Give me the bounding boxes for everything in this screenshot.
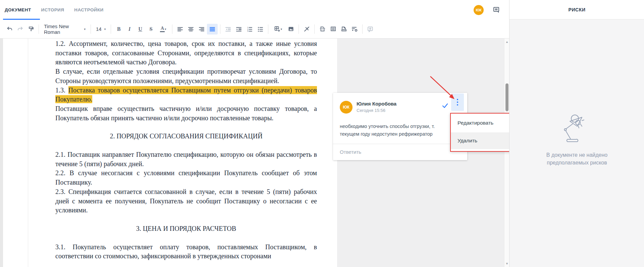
page-break-button[interactable] [317, 24, 328, 35]
svg-text:3: 3 [247, 30, 249, 32]
risks-panel: РИСКИ В документе не найдено предполагае… [509, 0, 644, 267]
font-color-button[interactable]: A ▾ [156, 24, 170, 35]
comment-card: ЮК Юлия Коробова Сегодня 15:56 необходим… [333, 93, 467, 160]
undo-button[interactable] [4, 24, 15, 35]
user-avatar[interactable]: ЮК [474, 5, 484, 15]
comment-reply-field[interactable]: Ответить [340, 149, 361, 155]
comment-context-menu: Редактировать Удалить [450, 113, 509, 152]
risks-empty-state: В документе не найдено предполагаемых ри… [509, 113, 644, 166]
risks-empty-line2: предполагаемых рисков [546, 159, 607, 166]
tab-history[interactable]: ИСТОРИЯ [41, 7, 64, 12]
tab-document[interactable]: ДОКУМЕНТ [5, 7, 31, 12]
bold-button[interactable]: B [113, 24, 124, 35]
italic-button[interactable]: I [124, 24, 135, 35]
comment-menu-button[interactable] [451, 93, 464, 111]
section-2-heading[interactable]: 2. ПОРЯДОК СОГЛАСОВАНИЯ СПЕЦИФИКАЦИЙ [55, 132, 317, 141]
clear-formatting-button[interactable] [301, 24, 312, 35]
font-size-value: 14 [96, 26, 102, 32]
align-center-button[interactable] [185, 24, 196, 35]
risks-panel-title: РИСКИ [568, 7, 585, 12]
chevron-down-icon: ▾ [165, 27, 166, 31]
desk-lamp-icon [561, 113, 592, 145]
tab-settings[interactable]: НАСТРОЙКИ [74, 7, 103, 12]
justify-button[interactable] [207, 24, 218, 35]
paragraph-1-3[interactable]: 1.3. Поставка товаров осуществляется Пос… [55, 86, 317, 104]
outdent-button[interactable] [223, 24, 233, 35]
comment-text-line2: текущем году недоступен рефрижератор [340, 130, 462, 138]
formatting-toolbar: Times New Roman ▾ 14 ▾ B I U S A ▾ [0, 20, 509, 39]
comment-divider [333, 144, 467, 144]
indent-button[interactable] [233, 24, 244, 35]
document-page[interactable]: 1.2. Ассортимент, количество, цена товар… [3, 39, 337, 267]
paragraph-3-1[interactable]: 3.1. Покупатель осуществляет оплату това… [55, 243, 317, 261]
font-size-select[interactable]: 14 ▾ [93, 24, 108, 35]
comment-timestamp: Сегодня 15:56 [357, 108, 385, 113]
scroll-down-icon[interactable]: ▼ [504, 261, 509, 266]
document-canvas: 1.2. Ассортимент, количество, цена товар… [0, 39, 509, 267]
paragraph-2-1[interactable]: 2.1. Поставщик направляет Покупателю спе… [55, 150, 317, 169]
comment-author-name: Юлия Коробова [357, 101, 396, 107]
paragraph-1-3-number: 1.3. [55, 86, 68, 94]
insert-table-button[interactable]: ▾ [271, 24, 285, 35]
insert-image-button[interactable] [285, 24, 296, 35]
list-settings-button[interactable] [349, 24, 360, 35]
document-scrollbar[interactable]: ▲ ▼ [504, 39, 509, 267]
risks-empty-line1: В документе не найдено [546, 151, 607, 159]
section-3-heading[interactable]: 3. ЦЕНА И ПОРЯДОК РАСЧЕТОВ [55, 224, 317, 233]
paragraph-1-2[interactable]: 1.2. Ассортимент, количество, цена товар… [55, 39, 317, 67]
add-comment-button[interactable] [365, 24, 376, 35]
page-margin-guide [28, 39, 28, 267]
contract-editor-app: ДОКУМЕНТ ИСТОРИЯ НАСТРОЙКИ ЮК Times New … [0, 0, 644, 267]
highlighted-commented-text[interactable]: Поставка товаров осуществляется Поставщи… [55, 86, 317, 104]
scroll-up-icon[interactable]: ▲ [504, 39, 509, 45]
header-footer-button[interactable] [328, 24, 338, 35]
align-left-button[interactable] [175, 24, 185, 35]
paragraph-2-2[interactable]: 2.2. В случае несогласия с условиями спе… [55, 169, 317, 187]
underline-button[interactable]: U [135, 24, 146, 35]
format-painter-button[interactable] [25, 24, 36, 35]
align-right-button[interactable] [196, 24, 207, 35]
numbered-list-button[interactable]: 123 [244, 24, 255, 35]
font-family-select[interactable]: Times New Roman ▾ [41, 24, 88, 35]
paragraph-1-2b[interactable]: В случае, если отдельные условия специфи… [55, 67, 317, 85]
page-setup-button[interactable] [338, 24, 349, 35]
top-tabs-bar: ДОКУМЕНТ ИСТОРИЯ НАСТРОЙКИ ЮК [0, 0, 509, 20]
canvas-left-strip [0, 39, 3, 267]
risks-panel-header: РИСКИ [509, 0, 644, 19]
paragraph-2-3[interactable]: 2.3. Спецификация считается согласованно… [55, 187, 317, 215]
comment-author-avatar: ЮК [340, 101, 353, 114]
paragraph-1-3b[interactable]: Поставщик вправе осуществить частичную и… [55, 104, 317, 123]
chevron-down-icon: ▾ [104, 27, 106, 31]
comment-text-line1: необходимо уточнить способы отгрузки, т. [340, 123, 462, 130]
chevron-down-icon: ▾ [280, 27, 282, 31]
resolve-comment-icon[interactable] [441, 102, 449, 111]
document-body[interactable]: 1.2. Ассортимент, количество, цена товар… [55, 39, 317, 261]
scrollbar-thumb[interactable] [505, 83, 508, 111]
chevron-down-icon: ▾ [84, 27, 86, 31]
redo-button[interactable] [15, 24, 25, 35]
menu-item-edit[interactable]: Редактировать [451, 114, 509, 132]
strikethrough-button[interactable]: S [146, 24, 156, 35]
menu-item-delete[interactable]: Удалить [451, 132, 509, 149]
comments-icon[interactable] [491, 5, 502, 15]
bullet-list-button[interactable] [255, 24, 266, 35]
font-family-value: Times New Roman [44, 23, 81, 35]
